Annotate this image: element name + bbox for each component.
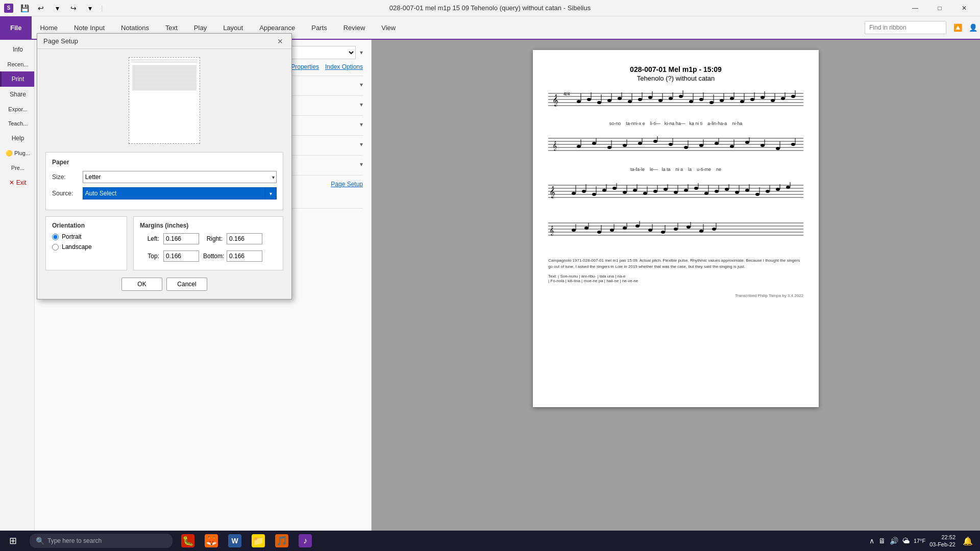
undo-button[interactable]: ↩ (34, 1, 48, 15)
right-margin-input[interactable] (227, 233, 262, 244)
sidebar-item-teach[interactable]: Teach... (0, 116, 34, 131)
svg-text:𝄞: 𝄞 (549, 186, 555, 198)
sidebar-item-exit[interactable]: ✕ Exit (0, 175, 34, 190)
sidebar-item-recent[interactable]: Recen... (0, 57, 34, 71)
media-player-icon: 🎵 (275, 534, 288, 547)
staff-svg-2: 𝄞 (548, 134, 803, 155)
taskbar-app-firefox[interactable]: 🦊 (200, 531, 223, 551)
taskbar-app-word[interactable]: W (224, 531, 246, 551)
source-label: Source: (52, 190, 79, 197)
index-options-button[interactable]: Index Options (325, 63, 363, 70)
svg-point-111 (664, 188, 668, 191)
svg-point-157 (661, 231, 665, 234)
orientation-margins-row: Orientation Portrait Landscape Margins (… (45, 216, 283, 270)
left-margin-input[interactable] (163, 233, 199, 244)
portrait-label: Portrait (62, 233, 82, 240)
taskbar-app-bug[interactable]: 🐛 (177, 531, 199, 551)
top-margin-input[interactable] (163, 251, 199, 262)
taskbar-search: 🔍 (30, 534, 173, 548)
svg-point-161 (687, 226, 691, 229)
bottom-label: Bottom: (203, 253, 223, 260)
svg-point-153 (635, 224, 640, 228)
word-icon: W (228, 534, 241, 547)
tab-file[interactable]: File (0, 16, 32, 39)
right-label: Right: (203, 235, 223, 242)
svg-point-31 (699, 98, 703, 101)
minimize-button[interactable]: — (903, 0, 927, 16)
sidebar-item-export[interactable]: Expor... (0, 102, 34, 116)
start-button[interactable]: ⊞ (0, 531, 26, 551)
orientation-title: Orientation (52, 222, 120, 229)
svg-point-163 (699, 230, 703, 233)
save-button[interactable]: 💾 (17, 1, 32, 15)
sidebar-item-info[interactable]: Info (0, 42, 34, 57)
size-select[interactable]: Letter A4 Legal A3 Tabloid (83, 171, 277, 183)
account-person-icon[interactable]: 👤 (966, 20, 980, 35)
staff-lines-3: 𝄞 (548, 180, 803, 211)
taskbar-app-media[interactable]: 🎵 (271, 531, 293, 551)
svg-point-17 (628, 100, 632, 103)
taskbar: ⊞ 🔍 🐛 🦊 W 📁 🎵 ♪ ∧ 🖥 🔊 🌥 17°F 22:52 (0, 531, 980, 551)
sidebar-item-plugins[interactable]: 🟡 Plug... (0, 146, 34, 161)
weather-icon: 🌥 (902, 537, 910, 545)
properties-button[interactable]: Properties (291, 63, 319, 70)
score-text-line2: | Fo-nola | kili-tina | moe-ne pa | hali… (548, 279, 803, 283)
staff-system-2: 𝄞 (548, 134, 803, 172)
portrait-radio[interactable] (52, 234, 59, 240)
top-margin-row: Top: (140, 251, 199, 262)
dialog-title: Page Setup (43, 37, 78, 45)
svg-point-105 (633, 189, 637, 192)
redo-dropdown[interactable]: ▾ (83, 1, 97, 15)
maximize-button[interactable]: □ (928, 0, 951, 16)
tab-review[interactable]: Review (335, 16, 374, 39)
svg-point-49 (791, 95, 795, 98)
source-select-wrapper: Auto Select ▾ (83, 187, 277, 199)
redo-button[interactable]: ↪ (66, 1, 81, 15)
bottom-margin-input[interactable] (227, 251, 262, 262)
title-bar: S 💾 ↩ ▾ ↪ ▾ | 028-007-01 mel m1p 15 09 T… (0, 0, 980, 16)
svg-point-21 (648, 96, 652, 99)
ok-button[interactable]: OK (121, 278, 162, 291)
lyrics-line-2: ta-fa-le le— la ta ni a la u-ti-me ne (548, 167, 803, 172)
dialog-close-button[interactable]: ✕ (275, 36, 285, 46)
svg-point-131 (766, 190, 770, 193)
taskbar-search-input[interactable] (47, 537, 160, 544)
tab-view[interactable]: View (373, 16, 404, 39)
landscape-radio[interactable] (52, 244, 59, 251)
svg-point-15 (618, 97, 622, 100)
svg-point-117 (694, 187, 698, 190)
score-text-line1: Text: | Son-nunu | ani-ribu- | tala una … (548, 274, 803, 279)
svg-point-63 (623, 144, 627, 147)
notification-button[interactable]: 🔔 (960, 531, 976, 551)
taskbar-app-sibelius[interactable]: ♪ (294, 531, 316, 551)
tab-parts[interactable]: Parts (303, 16, 335, 39)
up-arrow-icon[interactable]: ∧ (869, 537, 874, 545)
margins-title: Margins (inches) (140, 222, 277, 229)
speaker-icon: 🔊 (890, 537, 898, 545)
ribbon-search-input[interactable] (865, 21, 946, 34)
sidebar-item-pre[interactable]: Pre... (0, 161, 34, 175)
svg-point-121 (715, 190, 719, 193)
svg-point-75 (715, 142, 719, 145)
source-dropdown-arrow[interactable]: ▾ (265, 187, 277, 199)
sidebar-item-help[interactable]: Help (0, 131, 34, 146)
source-selected-value[interactable]: Auto Select (83, 187, 265, 199)
window-title: 028-007-01 mel m1p 15 09 Tehenolo (query… (389, 4, 591, 12)
account-up-icon[interactable]: 🔼 (950, 20, 965, 35)
network-icon: 🖥 (878, 537, 886, 545)
cancel-button[interactable]: Cancel (166, 278, 207, 291)
svg-point-59 (592, 142, 596, 145)
margins-left-right: Left: Right: (140, 233, 277, 247)
top-label: Top: (140, 253, 159, 260)
svg-point-107 (643, 192, 647, 195)
sidebar-item-print[interactable]: Print (0, 71, 34, 87)
svg-point-67 (653, 140, 657, 143)
taskbar-app-files[interactable]: 📁 (247, 531, 270, 551)
svg-point-119 (704, 192, 708, 195)
undo-dropdown[interactable]: ▾ (50, 1, 64, 15)
page-setup-link[interactable]: Page Setup (331, 181, 363, 188)
close-button[interactable]: ✕ (952, 0, 976, 16)
clock[interactable]: 22:52 03-Feb-22 (929, 534, 955, 548)
sidebar-item-share[interactable]: Share (0, 87, 34, 102)
size-label: Size: (52, 173, 79, 181)
